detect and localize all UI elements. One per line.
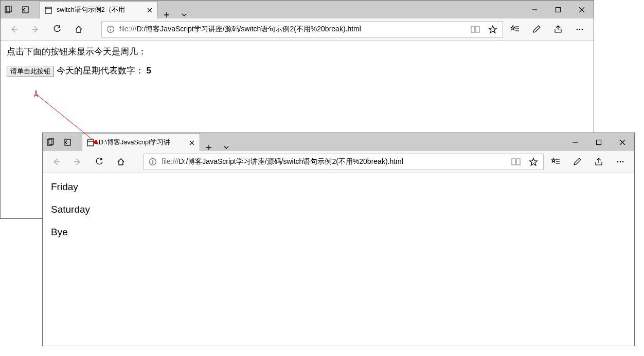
svg-rect-10	[471, 26, 475, 32]
tab-menu-icon[interactable]	[175, 11, 193, 18]
svg-point-27	[152, 160, 153, 161]
tab-close-icon[interactable]	[188, 139, 195, 146]
svg-point-8	[110, 27, 111, 28]
url-text: file:///D:/博客JavaScript学习讲座/源码/switch语句示…	[162, 157, 506, 166]
page-content-2: Friday Saturday Bye	[43, 173, 634, 346]
settings-menu-icon[interactable]	[569, 18, 591, 41]
reading-view-icon[interactable]	[507, 154, 525, 170]
back-button[interactable]	[46, 151, 66, 173]
tab-active[interactable]: D:\博客JavaScript学习讲	[82, 134, 200, 151]
result-label: 今天的星期代表数字：	[57, 66, 144, 76]
svg-rect-3	[45, 7, 51, 13]
output-line-2: Saturday	[51, 204, 626, 215]
new-tab-button[interactable]	[200, 144, 218, 151]
maximize-button[interactable]	[587, 133, 611, 151]
tab-menu-icon[interactable]	[218, 144, 235, 151]
notes-icon[interactable]	[566, 151, 588, 173]
favorite-icon[interactable]	[525, 154, 542, 170]
titlebar-2: D:\博客JavaScript学习讲	[43, 133, 634, 151]
refresh-button[interactable]	[47, 18, 67, 41]
favorites-list-icon[interactable]	[504, 18, 526, 41]
svg-rect-29	[512, 159, 515, 165]
site-info-icon[interactable]	[145, 154, 160, 170]
output-line-3: Bye	[51, 227, 626, 238]
favorites-list-icon[interactable]	[545, 151, 566, 173]
forward-button[interactable]	[67, 151, 88, 173]
svg-point-15	[577, 29, 578, 30]
page-icon	[86, 139, 95, 147]
titlebar-1: switch语句示例2（不用	[1, 1, 594, 18]
new-tab-button[interactable]	[158, 11, 175, 18]
address-bar[interactable]: file:///D:/博客JavaScript学习讲座/源码/switch语句示…	[101, 21, 503, 38]
minimize-button[interactable]	[563, 133, 587, 151]
url-text: file:///D:/博客JavaScript学习讲座/源码/switch语句示…	[119, 25, 466, 34]
page-icon	[44, 6, 52, 14]
reading-view-icon[interactable]	[467, 22, 484, 37]
window-controls	[563, 133, 634, 151]
tab-title: D:\博客JavaScript学习讲	[99, 138, 184, 147]
minimize-button[interactable]	[523, 1, 546, 18]
notes-icon[interactable]	[526, 18, 547, 41]
tabs-aside-icon[interactable]	[1, 1, 17, 18]
output-line-1: Friday	[51, 181, 626, 193]
share-icon[interactable]	[547, 18, 569, 41]
forward-button[interactable]	[25, 18, 46, 41]
svg-point-35	[620, 161, 621, 163]
set-aside-icon[interactable]	[17, 1, 33, 18]
svg-rect-22	[87, 140, 94, 146]
toolbar-2: file:///D:/博客JavaScript学习讲座/源码/switch语句示…	[43, 151, 634, 173]
share-icon[interactable]	[588, 151, 610, 173]
address-bar[interactable]: file:///D:/博客JavaScript学习讲座/源码/switch语句示…	[144, 154, 544, 170]
tabs-aside-icon[interactable]	[43, 133, 59, 151]
favorite-icon[interactable]	[484, 22, 502, 37]
tab-title: switch语句示例2（不用	[57, 6, 142, 14]
window-controls	[523, 1, 594, 18]
maximize-button[interactable]	[546, 1, 570, 18]
result-value: 5	[146, 66, 151, 76]
svg-point-16	[579, 29, 581, 30]
instruction-text: 点击下面的按钮来显示今天是周几：	[7, 46, 587, 58]
demo-button[interactable]: 请单击此按钮	[7, 66, 54, 77]
svg-rect-30	[516, 159, 520, 165]
site-info-icon[interactable]	[103, 22, 118, 37]
home-button[interactable]	[68, 18, 89, 41]
toolbar-1: file:///D:/博客JavaScript学习讲座/源码/switch语句示…	[1, 18, 594, 41]
close-button[interactable]	[570, 1, 594, 18]
svg-point-34	[617, 161, 619, 163]
svg-rect-6	[556, 7, 561, 12]
close-button[interactable]	[611, 133, 634, 151]
tab-close-icon[interactable]	[146, 7, 153, 14]
home-button[interactable]	[111, 151, 131, 173]
back-button[interactable]	[4, 18, 24, 41]
svg-rect-25	[597, 140, 601, 144]
tab-active[interactable]: switch语句示例2（不用	[40, 1, 158, 18]
svg-point-17	[582, 29, 583, 30]
refresh-button[interactable]	[89, 151, 110, 173]
svg-point-36	[622, 161, 624, 163]
set-aside-icon[interactable]	[59, 133, 76, 151]
svg-rect-11	[476, 26, 479, 32]
browser-window-2: D:\博客JavaScript学习讲	[42, 133, 635, 346]
settings-menu-icon[interactable]	[610, 151, 631, 173]
